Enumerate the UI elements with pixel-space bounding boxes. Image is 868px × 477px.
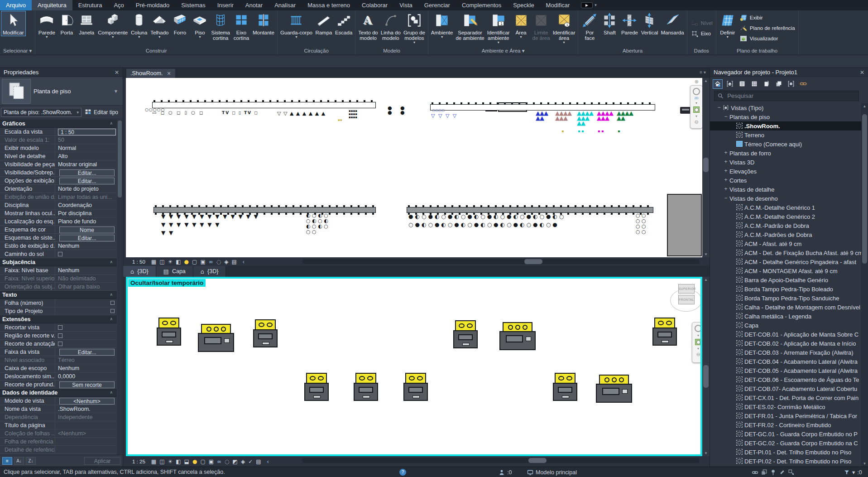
help-icon[interactable]: ? — [399, 469, 406, 476]
property-value-mostrar-linhas-ocul[interactable]: Por disciplina — [55, 209, 117, 217]
select-underlay-icon[interactable] — [761, 469, 767, 476]
properties-section-extensoes[interactable]: Extensões∧ — [0, 315, 117, 323]
menu-tab-estrutura[interactable]: Estrutura — [72, 0, 108, 10]
tree-item-det-gc-02-guarda-corpo-embutido-na-c[interactable]: DET-GC.02 - Guarda Corpo Embutido na C — [710, 438, 861, 448]
chevron-down-icon[interactable]: ▾ — [697, 347, 699, 350]
select-elements-by-face-icon[interactable] — [779, 469, 786, 476]
ribbon-button-vertical[interactable]: Vertical — [639, 11, 659, 36]
tree-item-det-es-02-corrimao-metalico[interactable]: DET-ES.02- Corrimão Metálico — [710, 402, 861, 411]
expand-icon[interactable]: + — [723, 186, 729, 192]
vertical-scrollbar[interactable]: ▲ ▼ — [702, 78, 710, 257]
navigation-bar[interactable]: ▾ ▾ ⊖ — [692, 322, 702, 363]
tree-item-plantas-de-piso[interactable]: −Plantas de piso — [710, 112, 861, 121]
chevron-down-icon[interactable]: ▼ — [114, 89, 118, 94]
ribbon-button-mansarda[interactable]: Mansarda — [659, 11, 685, 36]
ribbon-button-identificar-area[interactable]: 1Identificar área▾ — [551, 11, 577, 45]
property-value-escala-da-vista[interactable]: 1 : 50 — [55, 128, 117, 135]
tab-list-chevron-icon[interactable]: ≡ ▾ — [700, 70, 706, 75]
property-value-nivel-de-detalhe[interactable]: Alto — [55, 152, 117, 160]
tree-item-a-c-m-detalhe-generico-1[interactable]: A.C.M.-Detalhe Genérico 1 — [710, 203, 861, 212]
property-value-visibilidade-sobrep[interactable]: Editar... — [55, 169, 117, 176]
tree-item-elevacoes[interactable]: +Elevações — [710, 167, 861, 176]
tree-item-det-fr-01-junta-perimetrica-tabica-for[interactable]: DET-FR.01 - Junta Perimétrica / Tabica F… — [710, 411, 861, 420]
ribbon-button-shaft[interactable]: Shaft — [599, 11, 619, 36]
media-record-icon[interactable] — [581, 2, 593, 8]
tree-item-acm-montagem-afast-ate-9-cm[interactable]: ACM - MONTAGEM Afast. até 9 cm — [710, 266, 861, 275]
menu-tab-arquivo[interactable]: Arquivo — [0, 0, 32, 10]
ribbon-button-coluna[interactable]: Coluna▾ — [129, 11, 149, 39]
close-icon[interactable]: ✕ — [860, 69, 864, 76]
collapse-icon[interactable]: − — [716, 104, 722, 111]
detail-level-icon[interactable]: ▦ — [151, 259, 156, 265]
scale-button[interactable]: 1 : 50 — [132, 259, 145, 265]
scroll-left-icon[interactable]: ‹ — [243, 258, 245, 265]
properties-section-texto[interactable]: Texto∧ — [0, 291, 117, 299]
select-pinned-icon[interactable] — [770, 469, 777, 476]
property-value-recortar-vista[interactable] — [55, 323, 117, 331]
scroll-down-icon[interactable]: ▼ — [702, 252, 710, 256]
sort-descending-icon[interactable]: Z↓ — [26, 457, 36, 465]
worksharing-icon[interactable]: ▤ — [231, 259, 236, 265]
zoom-region-icon[interactable] — [693, 106, 700, 113]
reveal-hidden-icon[interactable]: ● — [192, 459, 197, 464]
selection-filter[interactable]: ▾ :0 — [843, 469, 862, 476]
tree-item-det-cx-01-det-porta-de-correr-com-pain[interactable]: DET-CX.01 - Det. Porta de Correr com Pai… — [710, 393, 861, 402]
property-value-caixa-de-escopo[interactable]: Nenhum — [55, 364, 117, 372]
property-value-esquema-de-cor[interactable]: Nome — [55, 226, 117, 233]
ribbon-button-parede[interactable]: Parede — [619, 11, 639, 36]
menu-tab-modificar[interactable]: Modificar — [540, 0, 576, 10]
property-value-folha-numero[interactable] — [55, 299, 117, 307]
ribbon-button-guarda-corpo[interactable]: Guarda-corpo▾ — [279, 11, 314, 39]
tree-item-det-cob-02-aplicacao-de-manta-e-inicio[interactable]: DET-COB.02 - Aplicação de Manta e Início — [710, 339, 861, 348]
property-value-exibir-modelo[interactable]: Normal — [55, 144, 117, 152]
lock-3d-icon[interactable]: ◩ — [233, 459, 238, 464]
tree-item-showroom[interactable]: .ShowRoom. — [710, 121, 861, 130]
property-value-recorte-de-profund[interactable]: Sem recorte — [55, 381, 117, 388]
scroll-down-icon[interactable]: ▼ — [861, 462, 868, 466]
property-value-visibilidade-de-pecas[interactable]: Mostrar original — [55, 160, 117, 168]
property-value-faixa-nivel-base[interactable]: Nenhum — [55, 266, 117, 274]
tree-item-det-fr-02-cortineiro-embutido[interactable]: DET-FR.02 - Cortineiro Embutido — [710, 420, 861, 429]
tree-item-det-cob-06-escoamento-de-aguas-do-te[interactable]: DET-COB.06 - Escoamento de Águas do Te — [710, 375, 861, 384]
ribbon-button-eixo[interactable]: Eixo — [691, 29, 713, 38]
ribbon-button-eixo-cortina[interactable]: Eixo cortina — [231, 11, 251, 41]
hyperlink-icon[interactable] — [798, 79, 808, 89]
detail-level-icon[interactable]: ▦ — [151, 459, 156, 464]
ribbon-button-plano-de-referencia[interactable]: Plano de referência — [739, 24, 795, 33]
active-workset[interactable]: Modelo principal — [527, 469, 577, 476]
tree-item-cortes[interactable]: +Cortes — [710, 176, 861, 185]
ribbon-button-sistema-cortina[interactable]: Sistema cortina — [210, 11, 231, 41]
drag-elements-icon[interactable] — [788, 469, 795, 476]
close-tab-icon[interactable]: ✕ — [167, 71, 171, 77]
tree-item-calha-detalhe-de-montagem-com-desnivel[interactable]: Calha - Detalhe de Montagem com Desnível — [710, 303, 861, 312]
ribbon-button-piso[interactable]: Piso▾ — [190, 11, 210, 39]
chevron-down-icon[interactable]: ▾ — [697, 334, 699, 337]
expand-icon[interactable]: + — [723, 159, 729, 165]
tree-item-barra-de-apoio-detalhe-generio[interactable]: Barra de Apoio-Detalhe Genério — [710, 275, 861, 284]
sort-ascending-icon[interactable]: A↓ — [14, 457, 24, 465]
reveal-hidden-icon[interactable]: ● — [184, 259, 189, 265]
tree-item-borda-tampo-pedra-tipo-boleado[interactable]: Borda Tampo Pedra-Tipo Boleado — [710, 284, 861, 294]
visual-style-icon[interactable]: ◫ — [159, 259, 164, 265]
show-crop-icon[interactable]: ▣ — [209, 459, 214, 464]
sketchy-lines-icon[interactable]: ⬓ — [184, 459, 189, 464]
properties-filter-icon[interactable]: ≡ — [2, 457, 12, 465]
select-links-icon[interactable] — [752, 469, 758, 476]
property-value-localizacao-do-esq[interactable]: Plano de fundo — [55, 217, 117, 225]
close-icon[interactable]: ✕ — [115, 69, 119, 76]
tree-item-a-c-m-padrao-de-dobra[interactable]: A.C.M.-Padrão de Dobra — [710, 221, 861, 230]
3d-view-canvas[interactable]: Ocultar/Isolar temporário SUPERIOR FRONT… — [126, 277, 702, 456]
analytical-model-icon[interactable]: ◈ — [224, 259, 228, 265]
sun-path-icon[interactable]: ☀ — [168, 459, 173, 464]
scroll-up-icon[interactable]: ▲ — [702, 79, 710, 83]
expand-icon[interactable]: + — [723, 177, 729, 183]
tree-item-det-cob-04-acabamento-lateral-alwitra[interactable]: DET-COB.04 - Acabamento Lateral (Alwitra — [710, 357, 861, 366]
chevron-down-icon[interactable]: ▾ — [695, 115, 697, 118]
menu-tab-massa-e-terreno[interactable]: Massa e terreno — [302, 0, 356, 10]
analytical-model-icon[interactable]: ◈ — [241, 459, 245, 464]
navigation-close-icon[interactable]: ⊗ — [695, 79, 699, 85]
ribbon-button-janela[interactable]: Janela — [77, 11, 96, 36]
ribbon-button-linha-do-modelo[interactable]: Linha do modelo — [379, 11, 402, 41]
property-value-titulo-da-pagina[interactable] — [55, 421, 117, 429]
ribbon-button-componente[interactable]: Componente▾ — [96, 11, 129, 39]
